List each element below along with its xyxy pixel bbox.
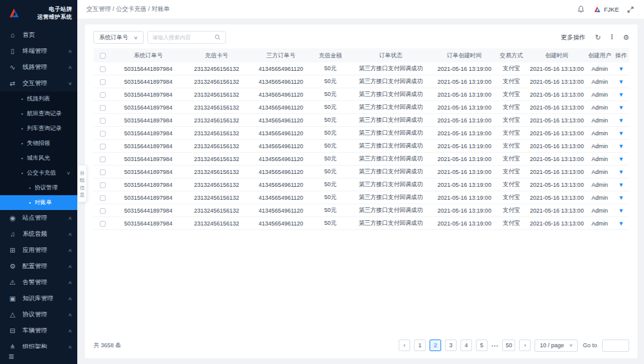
row-checkbox[interactable] [100, 169, 106, 175]
row-checkbox[interactable] [100, 66, 106, 72]
filter-icon[interactable]: ▼ [618, 182, 624, 188]
chevron-up-icon: ∧ [68, 247, 72, 253]
filter-icon[interactable]: ▼ [618, 207, 624, 214]
sidebar-subitem-lost-found[interactable]: •失物招领 [0, 136, 77, 151]
sidebar-item-label: 应用管理 [23, 246, 68, 254]
more-pages-ellipsis[interactable]: ••• [491, 343, 498, 349]
bullet-icon: • [21, 140, 23, 146]
cell-order-no: 503156441897984 [112, 66, 184, 72]
statement-table: 系统订单号充值卡号三方订单号充值金额订单状态订单创建时间交易方式创建时间创建用户… [93, 48, 629, 230]
search-field-select[interactable]: 系统订单号 ∨ [93, 31, 144, 44]
row-checkbox[interactable] [100, 157, 106, 162]
collapse-sidebar-button[interactable]: ≣ [0, 349, 77, 364]
cell-user: Admin [586, 182, 613, 188]
group-info-drawer-tab[interactable]: 分组信息 [78, 165, 87, 202]
sidebar-item-org[interactable]: ⋔组织架构∧ [0, 339, 77, 349]
page-button-3[interactable]: 3 [445, 340, 457, 351]
fullscreen-icon[interactable] [627, 6, 634, 13]
cell-third-no: 41345654961120 [249, 182, 313, 188]
row-checkbox[interactable] [100, 144, 106, 149]
cell-create-time: 2021-05-16 13:13:00 [527, 79, 587, 85]
cell-user: Admin [586, 169, 613, 175]
page-size-select[interactable]: 10 / page∨ [535, 340, 578, 352]
sidebar-subitem-label: 协议管理 [35, 184, 58, 192]
sidebar-subitem-flight-query[interactable]: •航班查询记录 [0, 106, 77, 121]
brand-title: 电子站牌 运营维护系统 [24, 5, 72, 21]
table-row: 5031564418979842313245615613241345654961… [93, 75, 629, 88]
cell-status: 第三方接口支付回调成功 [348, 103, 433, 111]
cell-status: 第三方接口支付回调成功 [348, 142, 433, 150]
page-button-1[interactable]: 1 [414, 340, 426, 351]
refresh-icon[interactable]: ↻ [595, 34, 601, 41]
cell-action: ▼ [613, 169, 629, 175]
page-button-4[interactable]: 4 [460, 340, 472, 351]
row-checkbox[interactable] [100, 79, 106, 85]
table-row: 5031564418979842313245615613241345654961… [93, 88, 629, 101]
filter-icon[interactable]: ▼ [618, 195, 624, 201]
filter-icon[interactable]: ▼ [618, 104, 624, 111]
sidebar-item-home[interactable]: ⌂首页 [0, 27, 77, 43]
filter-icon[interactable]: ▼ [618, 117, 624, 124]
notification-bell-icon[interactable] [577, 5, 585, 14]
sidebar-item-knowledge[interactable]: ▣知识库管理∧ [0, 291, 77, 307]
sidebar-item-config[interactable]: ⚙配置管理∧ [0, 258, 77, 274]
row-checkbox[interactable] [100, 208, 106, 214]
cell-create-time: 2021-05-16 13:13:00 [527, 91, 587, 98]
row-checkbox[interactable] [100, 105, 106, 111]
page-button-2[interactable]: 2 [430, 340, 441, 351]
cell-action: ▼ [613, 143, 629, 149]
row-checkbox[interactable] [100, 92, 106, 98]
search-input[interactable] [153, 34, 212, 41]
sidebar-item-vehicle[interactable]: ⊟车辆管理∧ [0, 323, 77, 339]
page-button-50[interactable]: 50 [502, 340, 515, 351]
sidebar-subitem-train-query[interactable]: •列车查询记录 [0, 121, 77, 136]
more-actions-button[interactable]: 更多操作 [561, 34, 585, 42]
filter-icon[interactable]: ▼ [618, 66, 624, 72]
filter-icon[interactable]: ▼ [618, 169, 624, 175]
sidebar-item-route[interactable]: ∿线路管理∧ [0, 59, 77, 75]
next-page-button[interactable]: › [519, 340, 531, 351]
page-button-5[interactable]: 5 [476, 340, 488, 351]
row-checkbox[interactable] [100, 221, 106, 227]
row-checkbox[interactable] [100, 131, 106, 137]
sidebar-item-station[interactable]: ◉站点管理∧ [0, 210, 77, 226]
sidebar-item-terminal[interactable]: ▯终端管理∧ [0, 43, 77, 59]
sidebar-item-alarm[interactable]: ⚠告警管理∧ [0, 274, 77, 291]
sidebar-subitem-agreement-mgmt[interactable]: •协议管理 [0, 180, 77, 195]
filter-icon[interactable]: ▼ [618, 220, 624, 227]
sidebar-subitem-bus-card-recharge[interactable]: •公交卡充值∨ [0, 166, 77, 180]
sidebar-subitem-city-view[interactable]: •城市风光 [0, 151, 77, 166]
filter-icon[interactable]: ▼ [618, 91, 624, 98]
goto-page-input[interactable] [602, 340, 629, 352]
row-checkbox[interactable] [100, 118, 106, 124]
row-checkbox[interactable] [100, 195, 106, 201]
chevron-up-icon: ∧ [68, 328, 72, 334]
sidebar-item-protocol[interactable]: △协议管理∧ [0, 307, 77, 323]
row-checkbox[interactable] [100, 182, 106, 188]
table-settings-gear-icon[interactable]: ⚙ [623, 34, 629, 41]
table-row: 5031564418979842313245615613241345654961… [93, 114, 629, 127]
sidebar-item-audio[interactable]: ♫系统音频∧ [0, 226, 77, 242]
route-icon: ∿ [8, 63, 17, 71]
chevron-up-icon: ∧ [68, 312, 72, 318]
sidebar-subitem-statement[interactable]: •对账单 [0, 195, 77, 210]
sidebar-item-interaction[interactable]: ⇄交互管理∨ [0, 75, 77, 91]
home-icon: ⌂ [8, 31, 17, 39]
filter-icon[interactable]: ▼ [618, 143, 624, 149]
chevron-up-icon: ∧ [68, 263, 72, 269]
select-all-checkbox[interactable] [100, 53, 106, 59]
cell-order-time: 2021-05-16 13:19:00 [433, 104, 495, 111]
filter-icon[interactable]: ▼ [618, 130, 624, 137]
cell-method: 支付宝 [495, 90, 527, 99]
user-menu[interactable]: FJKE [593, 5, 619, 14]
row-density-icon[interactable]: I [611, 34, 613, 41]
cell-card-no: 23132456156132 [184, 104, 249, 111]
brand-line1: 电子站牌 [24, 5, 72, 13]
sidebar-item-apps[interactable]: ⊞应用管理∧ [0, 242, 77, 258]
search-icon[interactable] [214, 32, 221, 43]
filter-icon[interactable]: ▼ [618, 156, 624, 162]
filter-icon[interactable]: ▼ [618, 79, 624, 85]
bullet-icon: • [21, 126, 23, 131]
prev-page-button[interactable]: ‹ [399, 340, 410, 351]
sidebar-subitem-route-list[interactable]: •线路列表 [0, 91, 77, 106]
